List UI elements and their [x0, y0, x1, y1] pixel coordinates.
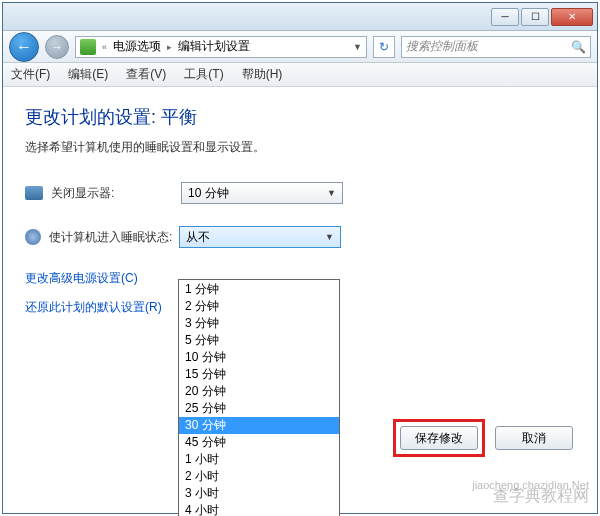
- search-placeholder: 搜索控制面板: [406, 38, 478, 55]
- content-area: 更改计划的设置: 平衡 选择希望计算机使用的睡眠设置和显示设置。 关闭显示器: …: [3, 87, 597, 346]
- sleep-combo[interactable]: 从不 ▼: [179, 226, 341, 248]
- address-dropdown-icon[interactable]: ▼: [353, 42, 362, 52]
- menu-file[interactable]: 文件(F): [11, 66, 50, 83]
- menu-bar: 文件(F) 编辑(E) 查看(V) 工具(T) 帮助(H): [3, 63, 597, 87]
- control-panel-icon: [80, 39, 96, 55]
- refresh-button[interactable]: ↻: [373, 36, 395, 58]
- dropdown-option[interactable]: 20 分钟: [179, 383, 339, 400]
- minimize-button[interactable]: ─: [491, 8, 519, 26]
- dropdown-option[interactable]: 1 分钟: [179, 281, 339, 298]
- cancel-button[interactable]: 取消: [495, 426, 573, 450]
- window-frame: ─ ☐ ✕ ← → « 电源选项 ▸ 编辑计划设置 ▼ ↻ 搜索控制面板 🔍 文…: [2, 2, 598, 514]
- breadcrumb-parent[interactable]: 电源选项: [113, 38, 161, 55]
- display-off-combo[interactable]: 10 分钟 ▼: [181, 182, 343, 204]
- page-title: 更改计划的设置: 平衡: [25, 105, 575, 129]
- chevron-right-icon: ▸: [167, 42, 172, 52]
- menu-edit[interactable]: 编辑(E): [68, 66, 108, 83]
- maximize-button[interactable]: ☐: [521, 8, 549, 26]
- dropdown-option[interactable]: 3 小时: [179, 485, 339, 502]
- sleep-value: 从不: [186, 229, 210, 246]
- breadcrumb-current[interactable]: 编辑计划设置: [178, 38, 250, 55]
- search-input[interactable]: 搜索控制面板 🔍: [401, 36, 591, 58]
- dropdown-option[interactable]: 15 分钟: [179, 366, 339, 383]
- dropdown-option[interactable]: 2 分钟: [179, 298, 339, 315]
- save-button[interactable]: 保存修改: [400, 426, 478, 450]
- breadcrumb-sep-icon: «: [102, 42, 107, 52]
- dropdown-option[interactable]: 25 分钟: [179, 400, 339, 417]
- dropdown-option[interactable]: 10 分钟: [179, 349, 339, 366]
- button-row: 保存修改 取消: [393, 419, 573, 457]
- sleep-label: 使计算机进入睡眠状态:: [49, 229, 179, 246]
- menu-view[interactable]: 查看(V): [126, 66, 166, 83]
- titlebar: ─ ☐ ✕: [3, 3, 597, 31]
- dropdown-option[interactable]: 3 分钟: [179, 315, 339, 332]
- sleep-dropdown-list[interactable]: 1 分钟2 分钟3 分钟5 分钟10 分钟15 分钟20 分钟25 分钟30 分…: [178, 279, 340, 516]
- watermark-text: 查字典教程网: [493, 486, 589, 507]
- sleep-icon: [25, 229, 41, 245]
- setting-sleep: 使计算机进入睡眠状态: 从不 ▼: [25, 226, 575, 248]
- menu-help[interactable]: 帮助(H): [242, 66, 283, 83]
- display-off-label: 关闭显示器:: [51, 185, 181, 202]
- forward-button[interactable]: →: [45, 35, 69, 59]
- dropdown-option[interactable]: 30 分钟: [179, 417, 339, 434]
- address-bar[interactable]: « 电源选项 ▸ 编辑计划设置 ▼: [75, 36, 367, 58]
- highlight-frame: 保存修改: [393, 419, 485, 457]
- dropdown-option[interactable]: 5 分钟: [179, 332, 339, 349]
- chevron-down-icon: ▼: [325, 232, 334, 242]
- setting-display-off: 关闭显示器: 10 分钟 ▼: [25, 182, 575, 204]
- dropdown-option[interactable]: 4 小时: [179, 502, 339, 516]
- nav-toolbar: ← → « 电源选项 ▸ 编辑计划设置 ▼ ↻ 搜索控制面板 🔍: [3, 31, 597, 63]
- back-button[interactable]: ←: [9, 32, 39, 62]
- menu-tools[interactable]: 工具(T): [184, 66, 223, 83]
- display-off-value: 10 分钟: [188, 185, 229, 202]
- dropdown-option[interactable]: 1 小时: [179, 451, 339, 468]
- dropdown-option[interactable]: 45 分钟: [179, 434, 339, 451]
- close-button[interactable]: ✕: [551, 8, 593, 26]
- search-icon[interactable]: 🔍: [571, 40, 586, 54]
- monitor-icon: [25, 186, 43, 200]
- dropdown-option[interactable]: 2 小时: [179, 468, 339, 485]
- page-subtitle: 选择希望计算机使用的睡眠设置和显示设置。: [25, 139, 575, 156]
- chevron-down-icon: ▼: [327, 188, 336, 198]
